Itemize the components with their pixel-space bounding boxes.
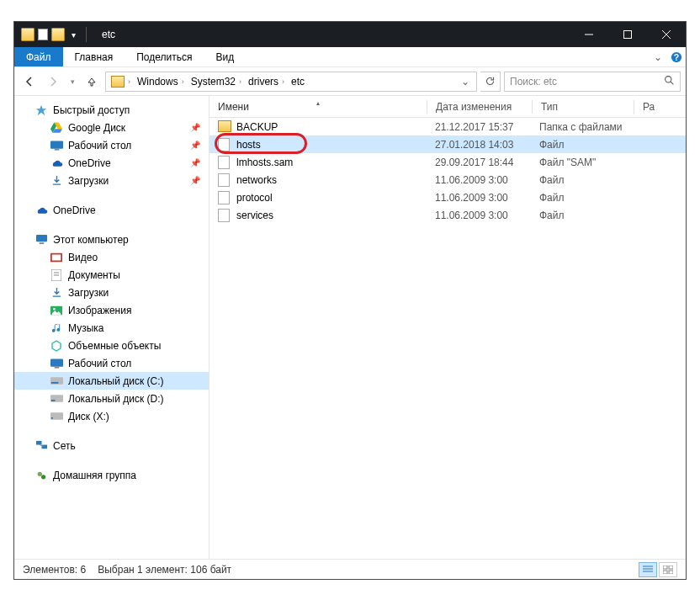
col-name[interactable]: ▴ Имени — [209, 101, 427, 113]
sort-asc-icon: ▴ — [316, 99, 320, 107]
svg-rect-20 — [54, 366, 59, 368]
file-date: 11.06.2009 3:00 — [427, 174, 531, 186]
sidebar-homegroup[interactable]: Домашняя группа — [14, 466, 209, 484]
sidebar-item-documents[interactable]: Документы — [14, 266, 209, 284]
sidebar-quick-access[interactable]: Быстрый доступ — [14, 101, 209, 119]
titlebar: ▾ etc — [14, 22, 686, 47]
nav-up-button[interactable] — [82, 72, 102, 92]
address-bar[interactable]: › Windows› System32› drivers› etc ⌄ — [105, 72, 477, 92]
pin-icon: 📌 — [190, 158, 200, 167]
nav-forward-button[interactable] — [43, 72, 63, 92]
qat-properties-icon[interactable] — [38, 29, 48, 40]
file-icon — [218, 138, 230, 151]
svg-rect-1 — [624, 31, 632, 39]
sidebar-item-3dobjects[interactable]: Объемные объекты — [14, 337, 209, 354]
file-type: Файл "SAM" — [531, 157, 632, 168]
file-list[interactable]: BACKUP21.12.2017 15:37Папка с файламиhos… — [209, 118, 686, 559]
qat-customize-icon[interactable]: ▾ — [68, 30, 79, 40]
svg-point-30 — [38, 471, 42, 475]
videos-icon — [50, 251, 63, 264]
pin-icon: 📌 — [190, 141, 200, 150]
onedrive1-icon — [50, 157, 63, 170]
pin-icon: 📌 — [190, 123, 200, 132]
statusbar: Элементов: 6 Выбран 1 элемент: 106 байт — [14, 559, 686, 579]
sidebar-item-gdrive[interactable]: Google Диск📌 — [14, 119, 209, 136]
file-icon — [218, 209, 230, 222]
svg-rect-37 — [663, 571, 667, 574]
nav-recent-dropdown[interactable]: ▾ — [66, 72, 78, 92]
col-date[interactable]: Дата изменения — [427, 101, 532, 113]
sidebar-item-diskc[interactable]: Локальный диск (C:) — [14, 372, 209, 390]
svg-rect-35 — [663, 565, 667, 569]
column-headers: ▴ Имени Дата изменения Тип Ра — [209, 96, 686, 118]
tab-share[interactable]: Поделиться — [125, 47, 204, 66]
breadcrumb-seg: drivers› — [245, 76, 288, 88]
svg-rect-28 — [41, 445, 47, 449]
file-row[interactable]: protocol11.06.2009 3:00Файл — [209, 188, 686, 206]
status-selection: Выбран 1 элемент: 106 байт — [98, 564, 231, 576]
nav-back-button[interactable] — [19, 72, 40, 92]
qat-separator — [86, 27, 87, 42]
tab-file[interactable]: Файл — [14, 47, 63, 66]
file-row[interactable]: services11.06.2009 3:00Файл — [209, 206, 686, 224]
folder-icon — [111, 76, 125, 88]
address-dropdown-icon[interactable]: ⌄ — [456, 76, 475, 88]
qat-newfolder-icon[interactable] — [51, 28, 65, 41]
svg-rect-24 — [50, 399, 55, 401]
search-box[interactable]: Поиск: etc — [504, 72, 681, 92]
file-row[interactable]: hosts27.01.2018 14:03Файл — [209, 135, 686, 153]
search-icon — [664, 75, 675, 88]
minimize-button[interactable] — [570, 22, 608, 47]
documents-icon — [50, 268, 63, 282]
diskc-icon — [50, 374, 63, 388]
sidebar-item-downloads1[interactable]: Загрузки📌 — [14, 172, 209, 189]
downloads1-icon — [50, 174, 63, 188]
sidebar-item-desktop2[interactable]: Рабочий стол — [14, 354, 209, 372]
svg-rect-11 — [39, 242, 44, 244]
sidebar-onedrive[interactable]: OneDrive — [14, 201, 209, 219]
sidebar-item-music[interactable]: Музыка — [14, 319, 209, 337]
breadcrumb-seg: Windows› — [134, 76, 188, 88]
close-button[interactable] — [647, 22, 686, 47]
col-type[interactable]: Тип — [533, 101, 634, 113]
file-type: Файл — [531, 210, 632, 221]
file-row[interactable]: BACKUP21.12.2017 15:37Папка с файлами — [209, 118, 686, 135]
maximize-button[interactable] — [608, 22, 647, 47]
file-name: BACKUP — [236, 121, 278, 133]
sidebar-network[interactable]: Сеть — [14, 437, 209, 454]
file-date: 29.09.2017 18:44 — [427, 157, 531, 168]
sidebar-item-onedrive1[interactable]: OneDrive📌 — [14, 154, 209, 172]
sidebar-item-diskx[interactable]: Диск (X:) — [14, 407, 209, 425]
sidebar-item-diskd[interactable]: Локальный диск (D:) — [14, 390, 209, 407]
svg-point-18 — [53, 307, 56, 310]
svg-rect-9 — [54, 148, 59, 150]
sidebar-item-downloads2[interactable]: Загрузки — [14, 284, 209, 301]
svg-rect-13 — [52, 254, 61, 260]
status-count: Элементов: 6 — [23, 564, 86, 576]
file-name: services — [236, 210, 273, 221]
tab-view[interactable]: Вид — [204, 47, 246, 66]
file-name: protocol — [236, 192, 273, 204]
navbar: ▾ › Windows› System32› drivers› etc ⌄ По… — [14, 67, 686, 96]
file-date: 11.06.2009 3:00 — [427, 192, 531, 204]
svg-rect-19 — [50, 358, 63, 366]
refresh-button[interactable] — [480, 72, 501, 92]
breadcrumb-seg: etc — [288, 76, 308, 88]
tab-home[interactable]: Главная — [63, 47, 125, 66]
sidebar-item-desktop[interactable]: Рабочий стол📌 — [14, 136, 209, 154]
sidebar-item-pictures[interactable]: Изображения — [14, 301, 209, 319]
view-details-button[interactable] — [639, 562, 657, 577]
file-date: 11.06.2009 3:00 — [427, 210, 531, 221]
ribbon-expand-icon[interactable]: ⌄ — [649, 47, 667, 66]
file-row[interactable]: networks11.06.2009 3:00Файл — [209, 171, 686, 188]
file-date: 27.01.2018 14:03 — [427, 139, 531, 151]
breadcrumb-seg: System32› — [188, 76, 245, 88]
ribbon-tabs: Файл Главная Поделиться Вид ⌄ ? — [14, 47, 686, 67]
sidebar-item-videos[interactable]: Видео — [14, 248, 209, 266]
help-button[interactable]: ? — [667, 47, 686, 66]
file-type: Файл — [531, 174, 632, 186]
col-size[interactable]: Ра — [634, 101, 668, 113]
view-icons-button[interactable] — [659, 562, 677, 577]
sidebar-this-pc[interactable]: Этот компьютер — [14, 231, 209, 248]
file-row[interactable]: lmhosts.sam29.09.2017 18:44Файл "SAM" — [209, 153, 686, 171]
